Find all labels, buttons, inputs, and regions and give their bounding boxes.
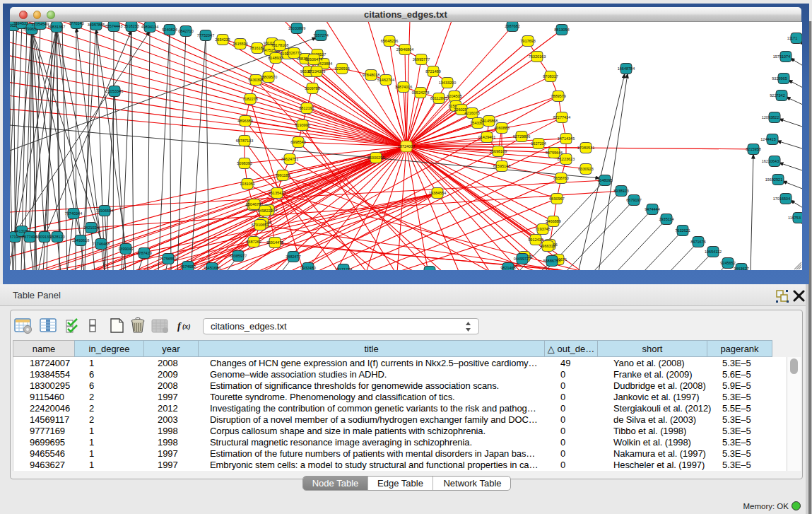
svg-text:81223623: 81223623	[558, 157, 575, 161]
svg-text:6690967: 6690967	[549, 197, 564, 201]
svg-text:7182278: 7182278	[242, 97, 257, 101]
svg-text:54145868: 54145868	[481, 119, 498, 123]
svg-text:8938923: 8938923	[613, 189, 628, 193]
svg-text:6998543: 6998543	[290, 140, 305, 144]
svg-text:00524278: 00524278	[412, 90, 429, 95]
svg-text:73178108: 73178108	[271, 43, 288, 47]
svg-text:8677496: 8677496	[22, 235, 37, 239]
svg-text:10654112: 10654112	[705, 250, 722, 254]
svg-text:16648784: 16648784	[618, 66, 635, 71]
svg-text:9463627: 9463627	[734, 267, 748, 270]
svg-text:3518233: 3518233	[124, 24, 139, 28]
svg-text:87234309: 87234309	[308, 69, 325, 74]
svg-text:4060883: 4060883	[494, 126, 509, 130]
svg-text:87277434: 87277434	[553, 115, 570, 119]
svg-text:6204505: 6204505	[447, 94, 461, 98]
svg-text:0932480: 0932480	[300, 266, 315, 270]
svg-text:4216073: 4216073	[464, 111, 479, 115]
svg-text:9227342: 9227342	[770, 93, 784, 98]
svg-text:21053346: 21053346	[106, 89, 123, 93]
svg-text:5674680: 5674680	[180, 264, 195, 269]
svg-text:55886753: 55886753	[543, 259, 560, 263]
svg-text:7357274: 7357274	[313, 33, 328, 37]
svg-text:4896383: 4896383	[237, 119, 252, 123]
svg-text:f: f	[177, 321, 182, 332]
svg-text:1399049: 1399049	[118, 247, 133, 251]
svg-text:4966319: 4966319	[540, 244, 555, 248]
svg-text:2328120: 2328120	[49, 235, 64, 239]
svg-text:9245652: 9245652	[720, 261, 735, 265]
svg-text:0330923: 0330923	[578, 167, 593, 171]
svg-text:9821465: 9821465	[500, 266, 515, 270]
svg-text:67737826: 67737826	[421, 269, 438, 270]
svg-text:1627204: 1627204	[531, 141, 546, 146]
svg-text:1498222: 1498222	[257, 209, 272, 213]
svg-text:04499727: 04499727	[514, 257, 531, 261]
svg-text:5098393: 5098393	[237, 161, 252, 165]
svg-text:79740344: 79740344	[65, 211, 82, 216]
svg-text:1031051: 1031051	[240, 182, 254, 186]
svg-text:67010651: 67010651	[252, 223, 269, 227]
svg-text:5009788: 5009788	[305, 86, 319, 90]
svg-text:0812191: 0812191	[299, 106, 314, 110]
svg-text:16033809: 16033809	[288, 26, 305, 30]
svg-text:6658760: 6658760	[553, 176, 568, 180]
svg-text:13493618: 13493618	[72, 238, 89, 243]
svg-text:6679197: 6679197	[626, 198, 641, 202]
svg-text:53755646: 53755646	[546, 151, 563, 155]
svg-text:71906594: 71906594	[96, 209, 113, 213]
svg-text:71756551: 71756551	[160, 257, 177, 261]
svg-text:8215958: 8215958	[746, 147, 760, 151]
svg-text:60385977: 60385977	[230, 254, 247, 258]
svg-text:16914479: 16914479	[266, 240, 283, 245]
svg-text:18724007: 18724007	[398, 144, 415, 148]
svg-text:80112805: 80112805	[430, 96, 447, 100]
svg-text:36995777: 36995777	[413, 57, 430, 62]
svg-text:5430391: 5430391	[248, 78, 263, 82]
svg-text:80831367: 80831367	[48, 25, 65, 29]
svg-text:2087682: 2087682	[505, 24, 519, 28]
svg-text:17080531: 17080531	[577, 146, 594, 150]
svg-text:85574443: 85574443	[105, 24, 122, 28]
svg-text:25135427: 25135427	[269, 191, 286, 195]
svg-text:34624751: 34624751	[281, 157, 298, 161]
svg-text:65787133: 65787133	[236, 139, 253, 143]
svg-text:15751074: 15751074	[773, 54, 790, 59]
svg-text:62729806: 62729806	[513, 134, 530, 139]
svg-text:7889579: 7889579	[551, 94, 565, 98]
svg-text:16210643: 16210643	[762, 159, 779, 163]
svg-text:2654235: 2654235	[215, 37, 230, 42]
svg-text:77752047: 77752047	[197, 33, 214, 37]
svg-text:34714345: 34714345	[558, 136, 575, 141]
svg-text:65648236: 65648236	[381, 39, 398, 43]
svg-text:15451680: 15451680	[204, 266, 220, 270]
svg-text:76320163: 76320163	[529, 54, 546, 59]
svg-text:2421024: 2421024	[83, 226, 98, 230]
svg-text:8708317: 8708317	[543, 74, 558, 78]
svg-text:3387262: 3387262	[246, 240, 261, 244]
svg-text:5466889: 5466889	[546, 219, 560, 223]
svg-text:55698169: 55698169	[490, 149, 507, 153]
svg-text:1326773: 1326773	[286, 51, 301, 55]
svg-text:1226916: 1226916	[334, 66, 349, 71]
svg-text:5240824: 5240824	[162, 28, 177, 32]
svg-text:7632621: 7632621	[675, 228, 690, 233]
svg-text:34874016: 34874016	[395, 85, 412, 89]
svg-text:02606474: 02606474	[305, 57, 322, 62]
svg-text:9329965: 9329965	[772, 76, 787, 81]
svg-text:17016504: 17016504	[773, 197, 790, 201]
svg-text:8471676: 8471676	[690, 240, 705, 244]
svg-text:29946804: 29946804	[396, 47, 413, 52]
svg-text:0842710: 0842710	[178, 29, 193, 33]
svg-text:3482477: 3482477	[286, 255, 300, 259]
svg-text:8813054: 8813054	[554, 28, 569, 32]
svg-text:19384554: 19384554	[429, 191, 446, 195]
svg-text:01429401: 01429401	[478, 135, 495, 139]
svg-text:9912419: 9912419	[528, 238, 543, 242]
svg-text:116753: 116753	[788, 216, 801, 220]
svg-text:8148932: 8148932	[268, 56, 283, 60]
svg-text:1615594: 1615594	[233, 42, 247, 46]
svg-text:1244415: 1244415	[760, 137, 775, 141]
svg-text:11171: 11171	[787, 36, 797, 40]
svg-text:13171274: 13171274	[335, 267, 352, 270]
